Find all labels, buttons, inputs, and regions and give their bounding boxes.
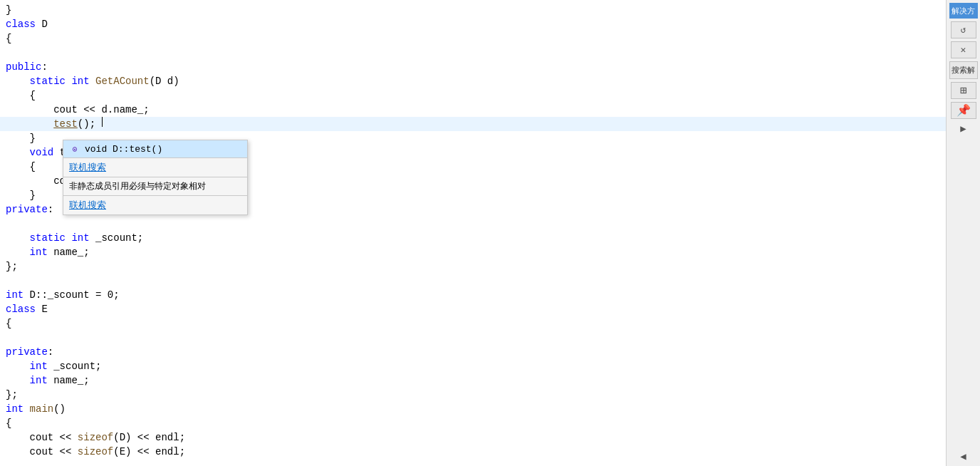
autocomplete-popup[interactable]: ⊙ void D::test() 联机搜索 非静态成员引用必须与特定对象相对 联… bbox=[63, 140, 248, 215]
code-line-19: }; bbox=[0, 259, 946, 274]
code-token: { bbox=[6, 416, 11, 430]
code-line-27: int name_; bbox=[0, 373, 946, 388]
autocomplete-link-label-2: 联机搜索 bbox=[69, 199, 106, 212]
sidebar-arrow-right[interactable]: ▶ bbox=[951, 122, 976, 136]
code-line-32: cout << sizeof (E) << endl; bbox=[0, 445, 946, 459]
code-token: _scount; bbox=[53, 359, 101, 373]
code-line-30: { bbox=[0, 416, 946, 430]
code-token: name_; bbox=[53, 373, 89, 388]
code-line-29: int main () bbox=[0, 402, 946, 416]
code-token: (D d) bbox=[150, 74, 179, 88]
code-token: cout << bbox=[6, 445, 78, 459]
sidebar-arrow-down[interactable]: ◀ bbox=[951, 449, 976, 463]
code-token: class bbox=[6, 302, 41, 316]
code-line-4 bbox=[0, 46, 946, 60]
code-line-26: int _scount; bbox=[0, 359, 946, 373]
code-token: D bbox=[41, 17, 47, 31]
code-token: int bbox=[30, 245, 54, 259]
code-token: }; bbox=[6, 388, 18, 402]
code-token: sizeof bbox=[78, 430, 113, 445]
code-token: } bbox=[6, 3, 11, 17]
code-token: { bbox=[6, 31, 11, 46]
code-token: E bbox=[41, 302, 47, 316]
code-line-20 bbox=[0, 274, 946, 288]
sidebar-refresh-btn[interactable]: ↺ bbox=[951, 21, 976, 38]
code-token: } bbox=[6, 131, 36, 145]
code-token: static bbox=[30, 74, 72, 88]
autocomplete-link-2[interactable]: 联机搜索 bbox=[63, 196, 247, 214]
code-token: test bbox=[53, 117, 78, 131]
code-token: void bbox=[30, 145, 60, 160]
code-line-31: cout << sizeof (D) << endl; bbox=[0, 430, 946, 445]
code-token bbox=[6, 74, 30, 88]
code-token: D::_scount = 0; bbox=[30, 288, 120, 302]
code-token: cout << bbox=[6, 430, 78, 445]
code-line-22: class E bbox=[0, 302, 946, 316]
code-editor[interactable]: } class D { public: static int GetACount… bbox=[0, 0, 946, 466]
code-token: : bbox=[41, 60, 47, 74]
code-token bbox=[6, 231, 30, 245]
autocomplete-item-method[interactable]: ⊙ void D::test() bbox=[63, 140, 247, 157]
autocomplete-msg-text: 非静态成员引用必须与特定对象相对 bbox=[69, 181, 206, 191]
right-sidebar: 解决方 ↺ ✕ 搜索解 ⊞ 📌 ▶ ◀ bbox=[946, 0, 980, 466]
autocomplete-message: 非静态成员引用必须与特定对象相对 bbox=[63, 177, 247, 195]
code-token: private bbox=[6, 202, 48, 217]
code-line-21: int D::_scount = 0; bbox=[0, 288, 946, 302]
code-token bbox=[6, 145, 30, 160]
code-token bbox=[6, 117, 53, 131]
code-token: int bbox=[30, 373, 54, 388]
code-token: () bbox=[53, 402, 66, 416]
code-line-28: }; bbox=[0, 388, 946, 402]
code-token: int bbox=[71, 231, 95, 245]
code-token: { bbox=[6, 88, 36, 103]
code-line-25: private: bbox=[0, 345, 946, 359]
code-token: : bbox=[48, 202, 53, 217]
code-token: } bbox=[6, 188, 36, 202]
code-token: _scount; bbox=[95, 231, 143, 245]
code-token: { bbox=[6, 160, 36, 174]
autocomplete-item-label: void D::test() bbox=[85, 144, 162, 155]
code-line-6: static int GetACount (D d) bbox=[0, 74, 946, 88]
code-line-8: cout << d.name_; bbox=[0, 103, 946, 117]
code-token bbox=[6, 245, 30, 259]
code-token: int bbox=[30, 359, 54, 373]
code-line-5: public: bbox=[0, 60, 946, 74]
code-line-7: { bbox=[0, 88, 946, 103]
code-line-9: test (); bbox=[0, 117, 946, 131]
code-token: : bbox=[48, 345, 53, 359]
code-line-3: { bbox=[0, 31, 946, 46]
code-token: main bbox=[30, 402, 54, 416]
code-token: sizeof bbox=[78, 445, 113, 459]
code-token: private bbox=[6, 345, 48, 359]
code-line-2: class D bbox=[0, 17, 946, 31]
code-line-1: } bbox=[0, 3, 946, 17]
code-token bbox=[6, 373, 30, 388]
code-token: int bbox=[6, 402, 30, 416]
autocomplete-link-label: 联机搜索 bbox=[69, 161, 106, 174]
sidebar-stop-btn[interactable]: ✕ bbox=[951, 41, 976, 58]
sidebar-expand-btn[interactable]: ⊞ bbox=[951, 82, 976, 99]
autocomplete-link-1[interactable]: 联机搜索 bbox=[63, 158, 247, 177]
code-token bbox=[6, 359, 30, 373]
code-line-24 bbox=[0, 331, 946, 345]
code-token: static bbox=[30, 231, 72, 245]
code-token: class bbox=[6, 17, 41, 31]
code-token: { bbox=[6, 316, 11, 331]
code-token: }; bbox=[6, 259, 18, 274]
code-token: cout << d.name_; bbox=[6, 103, 150, 117]
code-line-18: int name_; bbox=[0, 245, 946, 259]
code-line-17: static int _scount; bbox=[0, 231, 946, 245]
code-token: (E) << endl; bbox=[113, 445, 185, 459]
code-token: int bbox=[71, 74, 95, 88]
code-line-23: { bbox=[0, 316, 946, 331]
code-token: int bbox=[6, 288, 30, 302]
code-token: (D) << endl; bbox=[113, 430, 185, 445]
sidebar-pin-btn[interactable]: 📌 bbox=[951, 102, 976, 119]
code-token: name_; bbox=[53, 245, 89, 259]
sidebar-title: 解决方 bbox=[949, 3, 978, 19]
code-token: GetACount bbox=[95, 74, 150, 88]
sidebar-search-btn[interactable]: 搜索解 bbox=[949, 61, 978, 78]
code-line-16 bbox=[0, 217, 946, 231]
code-token: (); bbox=[78, 117, 102, 131]
text-cursor bbox=[102, 117, 103, 127]
